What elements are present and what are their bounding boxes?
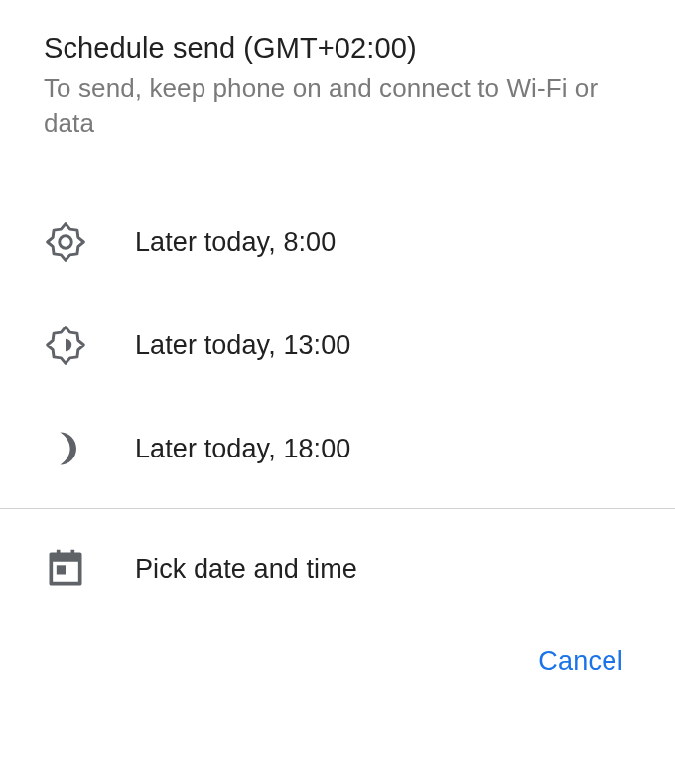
- svg-point-0: [60, 236, 71, 248]
- option-label: Later today, 13:00: [135, 330, 350, 361]
- brightness-high-icon: [44, 220, 87, 264]
- option-later-today-evening[interactable]: Later today, 18:00: [0, 397, 675, 500]
- dialog-header: Schedule send (GMT+02:00) To send, keep …: [0, 30, 675, 159]
- option-later-today-afternoon[interactable]: Later today, 13:00: [0, 294, 675, 397]
- night-icon: [44, 427, 87, 470]
- divider: [0, 508, 675, 509]
- dialog-footer: Cancel: [0, 620, 675, 677]
- calendar-icon: [44, 547, 87, 590]
- option-label: Pick date and time: [135, 554, 357, 585]
- svg-rect-1: [57, 566, 66, 575]
- schedule-send-dialog: Schedule send (GMT+02:00) To send, keep …: [0, 0, 675, 677]
- option-later-today-morning[interactable]: Later today, 8:00: [0, 191, 675, 294]
- dialog-title: Schedule send (GMT+02:00): [44, 30, 631, 65]
- cancel-button[interactable]: Cancel: [538, 646, 623, 677]
- option-pick-date-time[interactable]: Pick date and time: [0, 517, 675, 620]
- option-label: Later today, 18:00: [135, 434, 350, 464]
- dialog-subtitle: To send, keep phone on and connect to Wi…: [44, 71, 631, 141]
- brightness-medium-icon: [44, 324, 87, 367]
- time-options: Later today, 8:00 Later today, 13:00 Lat…: [0, 159, 675, 620]
- option-label: Later today, 8:00: [135, 227, 336, 258]
